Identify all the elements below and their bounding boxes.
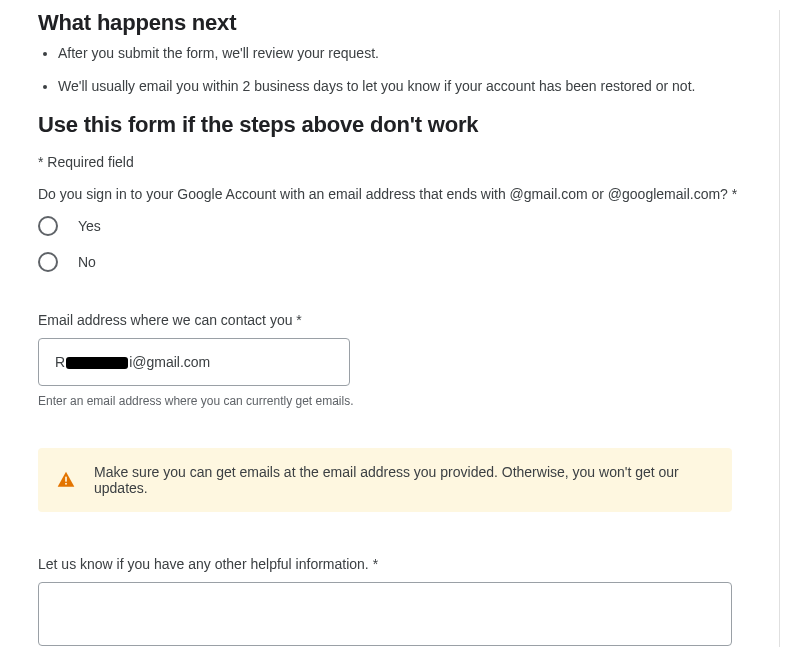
what-happens-next-list: After you submit the form, we'll review … bbox=[38, 42, 779, 98]
contact-email-helper: Enter an email address where you can cur… bbox=[38, 394, 779, 408]
other-info-textarea[interactable] bbox=[38, 582, 732, 646]
signin-radio-group: Yes No bbox=[38, 216, 779, 272]
contact-email-input[interactable]: Ri@gmail.com bbox=[38, 338, 350, 386]
required-note: * Required field bbox=[38, 154, 779, 170]
svg-rect-0 bbox=[65, 477, 67, 482]
warning-text: Make sure you can get emails at the emai… bbox=[94, 464, 714, 496]
warning-banner: Make sure you can get emails at the emai… bbox=[38, 448, 732, 512]
what-happens-next-heading: What happens next bbox=[38, 10, 779, 36]
list-item: After you submit the form, we'll review … bbox=[58, 42, 779, 65]
radio-option-yes[interactable]: Yes bbox=[38, 216, 779, 236]
list-item: We'll usually email you within 2 busines… bbox=[58, 75, 779, 98]
radio-option-no[interactable]: No bbox=[38, 252, 779, 272]
radio-label: Yes bbox=[78, 218, 101, 234]
warning-icon bbox=[56, 470, 76, 490]
email-suffix: i@gmail.com bbox=[129, 354, 210, 370]
svg-rect-1 bbox=[65, 483, 67, 485]
contact-email-label: Email address where we can contact you * bbox=[38, 312, 779, 328]
radio-icon[interactable] bbox=[38, 252, 58, 272]
other-info-label: Let us know if you have any other helpfu… bbox=[38, 556, 779, 572]
signin-question: Do you sign in to your Google Account wi… bbox=[38, 186, 779, 202]
email-prefix: R bbox=[55, 354, 65, 370]
radio-label: No bbox=[78, 254, 96, 270]
use-form-heading: Use this form if the steps above don't w… bbox=[38, 112, 779, 138]
redacted-icon bbox=[66, 357, 128, 369]
radio-icon[interactable] bbox=[38, 216, 58, 236]
